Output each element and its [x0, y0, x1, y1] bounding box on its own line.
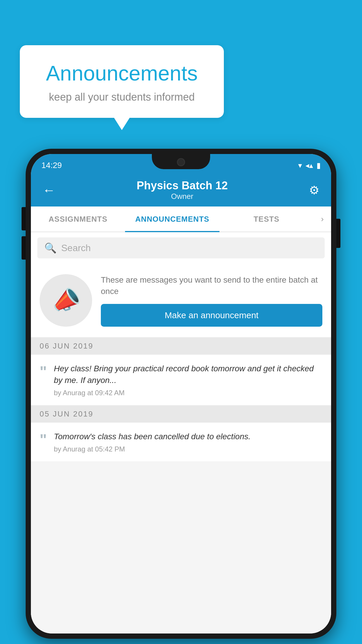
announcement-text-1: Hey class! Bring your practical record b… [54, 363, 322, 386]
quote-icon-1: " [40, 364, 47, 379]
settings-button[interactable]: ⚙ [306, 181, 322, 200]
phone-outer: 14:29 ▾ ◂▴ ▮ ← Physics Batch 12 Owner ⚙ [26, 149, 336, 639]
status-time: 14:29 [41, 161, 62, 170]
announcement-meta-1: by Anurag at 09:42 AM [54, 389, 322, 397]
wifi-icon: ▾ [298, 161, 302, 170]
promo-description: These are messages you want to send to t… [101, 274, 322, 297]
back-button[interactable]: ← [40, 180, 58, 200]
date-separator-text-2: 05 JUN 2019 [40, 410, 94, 418]
date-separator-2: 05 JUN 2019 [31, 405, 331, 423]
phone-container: 14:29 ▾ ◂▴ ▮ ← Physics Batch 12 Owner ⚙ [26, 149, 336, 639]
search-bar-container: 🔍 Search [31, 232, 331, 264]
front-camera [177, 158, 185, 166]
volume-up-button [22, 207, 26, 230]
date-separator-1: 06 JUN 2019 [31, 337, 331, 355]
announcement-item-1[interactable]: " Hey class! Bring your practical record… [31, 355, 331, 405]
search-placeholder: Search [61, 243, 91, 253]
announcement-meta-2: by Anurag at 05:42 PM [54, 445, 322, 453]
battery-icon: ▮ [317, 161, 321, 170]
signal-icon: ◂▴ [305, 161, 313, 170]
speech-bubble-subtitle: keep all your students informed [37, 91, 206, 103]
announcement-item-2[interactable]: " Tomorrow's class has been cancelled du… [31, 423, 331, 462]
tab-tests[interactable]: TESTS [219, 206, 314, 232]
announcement-content-2: Tomorrow's class has been cancelled due … [54, 431, 322, 453]
date-separator-text-1: 06 JUN 2019 [40, 342, 94, 350]
app-bar-title-section: Physics Batch 12 Owner [58, 179, 306, 201]
promo-right: These are messages you want to send to t… [101, 274, 322, 327]
search-icon: 🔍 [44, 242, 57, 254]
phone-screen: 14:29 ▾ ◂▴ ▮ ← Physics Batch 12 Owner ⚙ [31, 154, 331, 634]
promo-section: 📣 These are messages you want to send to… [31, 264, 331, 337]
tabs-more-button[interactable]: › [314, 206, 331, 232]
search-bar[interactable]: 🔍 Search [37, 237, 325, 258]
announcement-content-1: Hey class! Bring your practical record b… [54, 363, 322, 397]
megaphone-icon: 📣 [48, 284, 84, 318]
quote-icon-2: " [40, 432, 47, 447]
tab-announcements[interactable]: ANNOUNCEMENTS [125, 206, 219, 232]
app-bar-subtitle: Owner [58, 192, 306, 201]
app-bar: ← Physics Batch 12 Owner ⚙ [31, 174, 331, 206]
phone-notch [152, 154, 210, 169]
volume-down-button [22, 236, 26, 260]
content-area: 🔍 Search 📣 These are messages you want t… [31, 232, 331, 634]
power-button [336, 219, 340, 248]
promo-icon-circle: 📣 [40, 274, 92, 327]
speech-bubble-title: Announcements [37, 61, 206, 85]
status-icons: ▾ ◂▴ ▮ [298, 161, 321, 170]
app-bar-title: Physics Batch 12 [58, 179, 306, 192]
speech-bubble: Announcements keep all your students inf… [20, 45, 224, 118]
announcement-text-2: Tomorrow's class has been cancelled due … [54, 431, 322, 442]
speech-bubble-container: Announcements keep all your students inf… [20, 45, 224, 118]
tab-assignments[interactable]: ASSIGNMENTS [31, 206, 125, 232]
tabs-bar: ASSIGNMENTS ANNOUNCEMENTS TESTS › [31, 206, 331, 232]
make-announcement-button[interactable]: Make an announcement [101, 304, 322, 327]
